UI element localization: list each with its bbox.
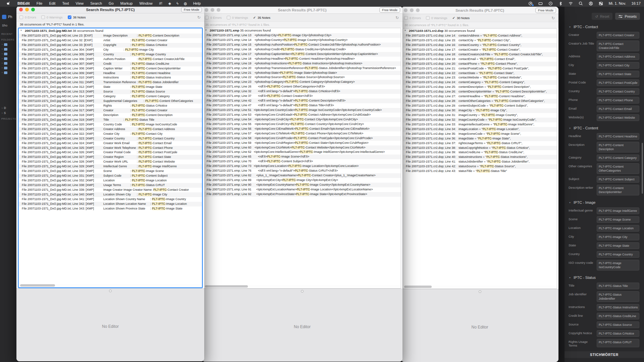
bluetooth-icon[interactable] [558, 1, 563, 6]
script-menu-icon[interactable]: ◈ [166, 1, 174, 6]
iptc-field-value[interactable]: PL7-IPTC-Content DescriptionWriter [597, 185, 639, 195]
result-row[interactable]: File 20071103-1571.cr2.dop; Line 40:stat… [403, 155, 557, 160]
iptc-section-header[interactable]: ▾IPTC - Status [569, 276, 640, 280]
result-row[interactable]: File 20071103-1571_DxO.jpg-MD.txt; Line … [19, 192, 202, 197]
errors-filter[interactable]: 0 Errors [19, 15, 36, 19]
result-row[interactable]: File 20071103-1571.xmp; Line 47: <rdf:li… [204, 103, 401, 108]
result-row[interactable]: File 20071103-1571.cr2.dop; Line 39:stat… [403, 150, 557, 155]
result-row[interactable]: File 20071103-1571.xmp; Line 14: <photos… [204, 38, 401, 43]
menu-item[interactable]: #! [156, 1, 166, 5]
result-row[interactable]: File 20071103-1571.xmp; Line 23: <photos… [204, 80, 401, 84]
menubar-date[interactable]: Mi. 1. Nov. [609, 1, 626, 5]
errors-checkbox[interactable] [19, 15, 23, 19]
errors-checkbox[interactable] [404, 16, 408, 20]
result-row[interactable]: File 20071103-1571_DxO.jpg-MD.txt; Line … [19, 94, 202, 99]
result-row[interactable]: File 20071103-1571_DxO.jpg-MD.txt; Line … [19, 132, 202, 136]
result-row[interactable]: File 20071103-1571_DxO.jpg-MD.txt; Line … [19, 43, 202, 48]
result-row[interactable]: File 20071103-1571_DxO.jpg-MD.txt; Line … [19, 34, 202, 38]
window-titlebar[interactable]: Search Results (PL7-IPTC)Free Mode [16, 6, 204, 13]
result-row[interactable]: File 20071103-1571.cr2.dop; Line 31:imag… [403, 113, 557, 118]
menu-item[interactable]: Markup [117, 1, 136, 5]
notes-filter[interactable]: ✓30 Notes [452, 16, 470, 20]
result-row[interactable]: File 20071103-1571.xmp; Line 73: <Iptc4x… [204, 164, 401, 169]
result-row[interactable]: File 20071103-1571.xmp; Line 15: <photos… [204, 43, 401, 47]
result-row[interactable]: File 20071103-1571.cr2.dop; Line 22:cont… [403, 71, 557, 76]
file-header[interactable]: ▾20071103-1571.xmp 35 occurrences found [204, 28, 401, 33]
menu-help[interactable]: Help [190, 1, 204, 5]
apple-menu[interactable] [3, 1, 14, 6]
result-row[interactable]: File 20071103-1571.cr2.dop; Line 21:cont… [403, 66, 557, 71]
iptc-field-value[interactable]: PL7-IPTC-Contact Website [597, 114, 639, 121]
result-row[interactable]: File 20071103-1571_DxO.jpg-MD.txt; Line … [19, 164, 202, 169]
iptc-field-value[interactable]: PL7-IPTC-Image Location [597, 225, 639, 232]
lightning-menu-icon[interactable]: ϟ [174, 1, 181, 5]
result-row[interactable]: File 20071103-1571_DxO.jpg-MD.txt; Line … [19, 174, 202, 178]
disclosure-triangle-icon[interactable]: ▾ [205, 28, 207, 32]
result-row[interactable]: File 20071103-1571_DxO.jpg-MD.txt; Line … [19, 160, 202, 164]
iptc-field-value[interactable]: PL7-IPTC-Status CrRUT [597, 339, 639, 347]
iptc-field-value[interactable]: PL7-IPTC-Status JobIdentifier [597, 291, 639, 302]
menu-item[interactable]: View [72, 1, 87, 5]
refresh-icon[interactable]: ↻ [551, 16, 555, 20]
result-row[interactable]: File 20071103-1571.xmp; Line 16: <photos… [204, 47, 401, 52]
result-row[interactable]: File 20071103-1571_DxO.jpg-MD.txt; Line … [19, 85, 202, 89]
warnings-filter[interactable]: 0 Warnings [227, 16, 248, 19]
refresh-icon[interactable]: ↻ [395, 15, 399, 20]
errors-checkbox[interactable] [205, 16, 209, 19]
scrollbar-thumb[interactable] [205, 285, 248, 288]
keyboard-status-icon[interactable] [538, 1, 543, 6]
splitter-knob[interactable] [479, 290, 481, 293]
result-row[interactable]: File 20071103-1571.xmp; Line 51: <Iptc4x… [204, 108, 401, 113]
result-row[interactable]: File 20071103-1571.xmp; Line 37: <rdf:li… [204, 94, 401, 99]
result-row[interactable]: File 20071103-1571_DxO.jpg-MD.txt; Line … [19, 48, 202, 52]
splitter-knob[interactable] [109, 290, 112, 292]
result-row[interactable]: File 20071103-1571.xmp; Line 20: <photos… [204, 66, 401, 71]
iptc-field-value[interactable]: PL7-IPTC-Contact Phone [597, 97, 639, 104]
result-row[interactable]: File 20071103-1571_DxO.jpg-MD.txt; Line … [19, 202, 202, 206]
result-row[interactable]: File 20071103-1571_DxO.jpg-MD.txt; Line … [19, 197, 202, 202]
iptc-field-value[interactable]: PL7-IPTC-Status Title [597, 283, 639, 289]
iptc-field-value[interactable]: PL7-IPTC-Contact Creator [597, 32, 639, 39]
horizontal-scrollbar[interactable] [404, 285, 556, 288]
iptc-field-value[interactable]: PL7-IPTC-Image IntellGenre [597, 207, 639, 214]
result-row[interactable]: File 20071103-1571_DxO.jpg-MD.txt; Line … [19, 62, 202, 66]
disclosure-triangle-icon[interactable]: ▾ [405, 29, 406, 32]
result-row[interactable]: File 20071103-1571.xmp; Line 70: <rdf:li… [204, 159, 401, 164]
result-row[interactable]: File 20071103-1571_DxO.jpg-MD.txt; Line … [19, 136, 202, 141]
notes-filter[interactable]: ✓35 Notes [253, 16, 270, 19]
result-row[interactable]: File 20071103-1571.xmp; Line 91: <Iptc4x… [204, 187, 401, 192]
iptc-field-value[interactable]: PL7-IPTC-Contact City [597, 62, 639, 69]
menu-item[interactable]: BBEdit [14, 1, 33, 5]
result-row[interactable]: File 20071103-1571.xmp; Line 57: <Iptc4x… [204, 131, 401, 136]
user-status-icon[interactable] [589, 1, 593, 6]
result-row[interactable]: File 20071103-1571.cr2.dop; Line 26:cont… [403, 89, 557, 94]
menu-item[interactable]: Search [87, 1, 105, 5]
window-titlebar[interactable]: Search Results (PL7-IPTC)Free Mode [202, 6, 402, 14]
result-row[interactable]: File 20071103-1571.xmp; Line 55: <Iptc4x… [204, 122, 401, 127]
result-row[interactable]: File 20071103-1571.xmp; Line 21: <photos… [204, 71, 401, 75]
reset-button[interactable]: ↺ Reset [592, 13, 612, 20]
result-row[interactable]: File 20071103-1571.cr2.dop; Line 42:stat… [403, 164, 557, 169]
result-row[interactable]: File 20071103-1571.xmp; Line 42: <rdf:li… [204, 99, 401, 103]
menu-item[interactable]: File [33, 1, 46, 5]
result-row[interactable]: File 20071103-1571_DxO.jpg-MD.txt; Line … [19, 183, 202, 188]
result-row[interactable]: File 20071103-1571.cr2.dop; Line 43:stat… [403, 169, 557, 174]
result-row[interactable]: File 20071103-1571.cr2.dop; Line 28:cont… [403, 99, 557, 104]
result-row[interactable]: File 20071103-1571.xmp; Line 19: <photos… [204, 61, 401, 66]
result-row[interactable]: File 20071103-1571_DxO.jpg-MD.txt; Line … [19, 150, 202, 155]
result-row[interactable]: File 20071103-1571_DxO.jpg-MD.txt; Line … [19, 169, 202, 174]
result-row[interactable]: File 20071103-1571_DxO.jpg-MD.txt; Line … [19, 141, 202, 146]
result-row[interactable]: File 20071103-1571.xmp; Line 58: <Iptc4x… [204, 136, 401, 141]
warnings-checkbox[interactable] [227, 16, 230, 19]
result-row[interactable]: File 20071103-1571_DxO.jpg-MD.txt; Line … [19, 108, 202, 113]
wifi-icon[interactable] [569, 1, 573, 6]
result-row[interactable]: File 20071103-1571.xmp; Line 92: <Iptc4x… [204, 192, 401, 197]
iptc-field-value[interactable]: PL7-IPTC-Image State [597, 242, 639, 249]
result-row[interactable]: File 20071103-1571_DxO.jpg-MD.txt; Line … [19, 188, 202, 192]
result-row[interactable]: File 20071103-1571_DxO.jpg-MD.txt; Line … [19, 89, 202, 94]
errors-filter[interactable]: 0 Errors [205, 16, 222, 19]
result-row[interactable]: File 20071103-1571.cr2.dop; Line 34:imag… [403, 127, 557, 132]
iptc-field-value[interactable]: PL7-IPTC-Status CrNotice [597, 330, 639, 337]
result-row[interactable]: File 20071103-1571.xmp; Line 89: <Iptc4x… [204, 178, 401, 183]
control-center-icon[interactable] [599, 1, 603, 6]
